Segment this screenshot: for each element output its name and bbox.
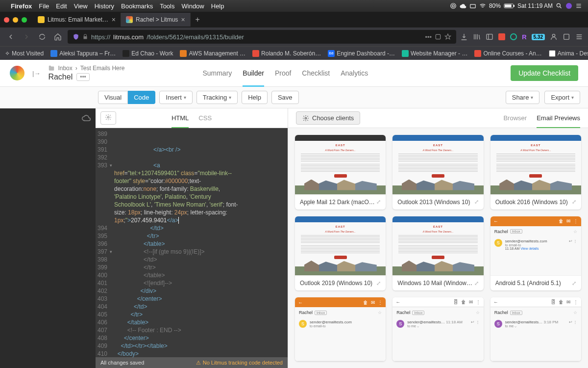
- cc-icon[interactable]: [450, 2, 457, 9]
- expand-icon[interactable]: ⤢: [572, 199, 576, 205]
- bookmark-item[interactable]: BēEngine Dashboard -…: [328, 50, 395, 57]
- crumb-folder[interactable]: Test Emails Here: [80, 65, 125, 72]
- menu-edit[interactable]: Edit: [56, 2, 67, 10]
- preview-card[interactable]: EAST A Word From The Owners... Outlook 2…: [490, 135, 581, 210]
- ext-badge[interactable]: 5.32: [532, 34, 545, 40]
- preview-card[interactable]: EAST A Word From The Owners... Outlook 2…: [295, 216, 386, 291]
- expand-icon[interactable]: ⤢: [474, 280, 479, 287]
- maximize-window[interactable]: [22, 17, 27, 23]
- bookmark-item[interactable]: ✧Most Visited: [5, 50, 44, 57]
- minimize-window[interactable]: [13, 17, 18, 23]
- close-tab-icon[interactable]: ×: [181, 16, 185, 24]
- forward-button[interactable]: [21, 31, 32, 43]
- sync-icon[interactable]: [82, 113, 91, 122]
- bookmark-item[interactable]: Ed Chao - Work: [122, 50, 173, 57]
- preview-card[interactable]: ←🗄🗑✉⋮ RachelInbox☆ Ssender@emailtests… 1…: [392, 297, 483, 361]
- extensions-icon[interactable]: [563, 33, 570, 41]
- page-actions-icon[interactable]: •••: [425, 33, 432, 41]
- close-tab-icon[interactable]: ×: [112, 16, 116, 24]
- menu-bookmarks[interactable]: Bookmarks: [121, 2, 153, 10]
- bookmark-item[interactable]: Rolando M. Soberón…: [252, 50, 321, 57]
- download-icon[interactable]: [460, 33, 468, 41]
- wifi-icon[interactable]: [479, 2, 486, 9]
- browser-url-bar: https://litmus.com/folders/5612/emails/9…: [0, 27, 588, 46]
- preview-tab-email[interactable]: Email Previews: [537, 114, 580, 129]
- close-window[interactable]: [4, 17, 9, 23]
- preview-card[interactable]: EAST A Word From The Owners... Windows 1…: [392, 216, 483, 291]
- css-tab[interactable]: CSS: [198, 114, 212, 122]
- browser-tab-0[interactable]: Litmus: Email Marketing, Made… ×: [33, 13, 121, 26]
- menu-tools[interactable]: Tools: [160, 2, 174, 10]
- menu-file[interactable]: File: [39, 2, 49, 10]
- code-content[interactable]: </a><br /> <a href="tel:+12074599401" cl…: [111, 128, 288, 357]
- siri-icon[interactable]: [565, 2, 572, 9]
- preview-card[interactable]: EAST A Word From The Owners... Outlook 2…: [392, 135, 483, 210]
- app-name[interactable]: Firefox: [11, 2, 32, 10]
- home-button[interactable]: [52, 31, 64, 43]
- expand-icon[interactable]: ⤢: [572, 280, 576, 287]
- url-input[interactable]: https://litmus.com/folders/5612/emails/9…: [68, 30, 456, 44]
- menu-view[interactable]: View: [74, 2, 88, 10]
- update-checklist-button[interactable]: Update Checklist: [511, 65, 578, 81]
- code-editor[interactable]: 389390391392393▾394395396397▾39839940040…: [96, 128, 288, 357]
- browser-tab-1[interactable]: Rachel > Litmus ×: [121, 13, 191, 26]
- bookmark-star-icon[interactable]: [444, 33, 451, 40]
- export-button[interactable]: Export▾: [544, 91, 580, 104]
- editor-settings-button[interactable]: [100, 111, 116, 125]
- editor-status-bar: All changes saved ⚠No Litmus tracking co…: [96, 357, 288, 368]
- preview-grid[interactable]: EAST A Word From The Owners... Apple Mai…: [288, 128, 588, 368]
- keyboard-icon[interactable]: [469, 2, 476, 9]
- reader-icon[interactable]: [435, 33, 441, 40]
- tracking-button[interactable]: Tracking▾: [196, 91, 238, 104]
- menu-history[interactable]: History: [95, 2, 114, 10]
- search-icon[interactable]: [556, 2, 563, 9]
- library-icon[interactable]: [473, 33, 481, 41]
- preview-tab-browser[interactable]: Browser: [503, 114, 527, 122]
- expand-icon[interactable]: ⤢: [376, 199, 381, 205]
- visual-mode-button[interactable]: Visual: [98, 91, 128, 104]
- save-button[interactable]: Save: [271, 91, 299, 104]
- preview-card[interactable]: ←🗄🗑✉⋮ RachelInbox☆ Ssender@emailtests… 3…: [490, 297, 581, 361]
- share-button[interactable]: Share▾: [506, 91, 540, 104]
- ext-icon[interactable]: [498, 33, 505, 40]
- bookmark-item[interactable]: Aleksi Tappura – Fr…: [50, 50, 116, 57]
- ext-icon[interactable]: R: [522, 33, 526, 41]
- help-button[interactable]: Help: [242, 91, 268, 104]
- back-button[interactable]: [5, 31, 17, 43]
- tab-proof[interactable]: Proof: [275, 69, 291, 77]
- clock[interactable]: Sat 11:19 AM: [517, 2, 553, 9]
- bookmark-item[interactable]: Website Manager - …: [402, 50, 468, 57]
- bookmark-item[interactable]: AWS Management …: [180, 50, 245, 57]
- client-name: Outlook 2019 (Windows 10): [300, 280, 376, 287]
- new-tab-button[interactable]: +: [191, 15, 205, 24]
- tab-analytics[interactable]: Analytics: [341, 69, 368, 77]
- menu-window[interactable]: Window: [182, 2, 204, 10]
- cloud-icon[interactable]: [460, 2, 466, 9]
- expand-icon[interactable]: ⤢: [376, 280, 381, 287]
- preview-card[interactable]: ←🗑✉⋮ RachelInbox☆ Ssender@emailtests.com…: [295, 297, 386, 361]
- tab-summary[interactable]: Summary: [202, 69, 232, 77]
- profile-icon[interactable]: [550, 33, 558, 41]
- preview-card[interactable]: EAST A Word From The Owners... Apple Mai…: [295, 135, 386, 210]
- tab-checklist[interactable]: Checklist: [302, 69, 330, 77]
- more-menu[interactable]: •••: [76, 73, 90, 81]
- control-center-icon[interactable]: [575, 2, 582, 9]
- tab-builder[interactable]: Builder: [243, 69, 264, 87]
- sidebar-toggle-icon[interactable]: |→: [32, 70, 40, 77]
- html-tab[interactable]: HTML: [172, 114, 189, 129]
- ext-icon[interactable]: [510, 33, 517, 40]
- tracking-warning[interactable]: ⚠No Litmus tracking code detected: [196, 360, 283, 366]
- reload-button[interactable]: [36, 31, 48, 43]
- menu-icon[interactable]: [575, 33, 583, 41]
- insert-button[interactable]: Insert▾: [159, 91, 193, 104]
- bookmark-item[interactable]: Online Courses - An…: [474, 50, 541, 57]
- choose-clients-button[interactable]: Choose clients: [296, 111, 360, 125]
- expand-icon[interactable]: ⤢: [474, 199, 479, 205]
- sidebar-icon[interactable]: [486, 33, 493, 41]
- bookmark-item[interactable]: Anima - Design to c…: [549, 50, 588, 57]
- preview-card[interactable]: ←🗑✉⋮ RachelInbox☆ Ssender@emailtests.com…: [490, 216, 581, 291]
- crumb-folder[interactable]: Inbox: [58, 65, 72, 72]
- litmus-logo[interactable]: [10, 66, 24, 80]
- code-mode-button[interactable]: Code: [128, 91, 155, 104]
- menu-help[interactable]: Help: [211, 2, 224, 10]
